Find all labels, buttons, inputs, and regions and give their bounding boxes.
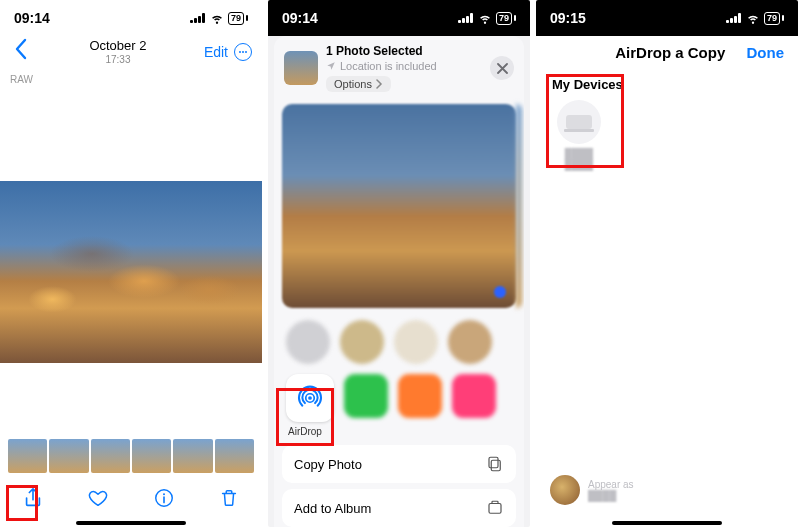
main-photo[interactable]	[0, 181, 262, 363]
action-label: Copy Photo	[294, 457, 362, 472]
cellular-icon	[458, 13, 474, 23]
heart-icon	[87, 487, 109, 509]
appear-as-label: Appear as	[588, 479, 634, 490]
thumbnail-strip[interactable]	[0, 439, 262, 473]
photo-date-title: October 2 17:33	[89, 39, 146, 64]
info-icon	[153, 487, 175, 509]
thumbnail[interactable]	[215, 439, 254, 473]
share-app-tile[interactable]	[452, 374, 496, 418]
phone-airdrop-picker: 09:15 79 AirDrop a Copy Done My Devices …	[536, 0, 798, 527]
status-time: 09:14	[14, 10, 50, 26]
battery-icon: 79	[764, 12, 784, 25]
share-actions-list: Copy Photo Add to Album	[274, 441, 524, 527]
copy-photo-action[interactable]: Copy Photo	[282, 445, 516, 483]
appear-as-row[interactable]: Appear as ████	[550, 475, 634, 505]
location-arrow-icon	[326, 61, 336, 71]
contact-avatar[interactable]	[340, 320, 384, 364]
close-icon	[497, 63, 508, 74]
live-photo-indicator	[494, 286, 506, 298]
thumbnail[interactable]	[49, 439, 88, 473]
svg-rect-9	[489, 504, 501, 514]
phone-photos-detail: 09:14 79 October 2 17:33 Edit	[0, 0, 262, 527]
home-indicator[interactable]	[612, 521, 722, 525]
contact-avatar[interactable]	[394, 320, 438, 364]
album-icon	[486, 499, 504, 517]
thumbnail[interactable]	[8, 439, 47, 473]
home-indicator[interactable]	[76, 521, 186, 525]
wifi-icon	[478, 11, 492, 25]
close-button[interactable]	[490, 56, 514, 80]
status-time: 09:14	[282, 10, 318, 26]
cellular-icon	[190, 13, 206, 23]
user-avatar	[550, 475, 580, 505]
page-title: AirDrop a Copy	[594, 44, 747, 61]
back-button[interactable]	[10, 38, 32, 66]
svg-point-2	[245, 51, 247, 53]
location-included-label: Location is included	[326, 60, 482, 72]
status-right: 79	[190, 11, 248, 25]
svg-point-0	[239, 51, 241, 53]
thumbnail[interactable]	[173, 439, 212, 473]
date-label: October 2	[89, 38, 146, 53]
share-sheet-header: 1 Photo Selected Location is included Op…	[274, 36, 524, 100]
favorite-button[interactable]	[85, 485, 111, 511]
svg-point-4	[163, 493, 165, 495]
svg-rect-8	[489, 457, 498, 468]
share-contacts-row[interactable]	[274, 312, 524, 368]
status-bar: 09:14 79	[268, 0, 530, 36]
status-right: 79	[726, 11, 784, 25]
header-thumbnail[interactable]	[284, 51, 318, 85]
contact-avatar[interactable]	[448, 320, 492, 364]
annotation-highlight-share	[6, 485, 38, 521]
sky-clouds	[0, 181, 262, 363]
annotation-highlight-device	[546, 74, 624, 168]
cellular-icon	[726, 13, 742, 23]
annotation-highlight-airdrop	[276, 388, 334, 446]
chevron-right-icon	[376, 79, 383, 89]
svg-rect-7	[491, 460, 500, 471]
next-photo-sliver[interactable]	[516, 104, 522, 308]
phone-share-sheet: 09:14 79 1 Photo Selected Location is in…	[268, 0, 530, 527]
preview-photo[interactable]	[282, 104, 516, 308]
edit-button[interactable]: Edit	[204, 44, 228, 60]
done-button[interactable]: Done	[747, 44, 785, 61]
svg-point-1	[242, 51, 244, 53]
selection-count-label: 1 Photo Selected	[326, 44, 482, 58]
photos-nav-bar: October 2 17:33 Edit	[0, 36, 262, 70]
share-sheet: 1 Photo Selected Location is included Op…	[274, 36, 524, 527]
contact-avatar[interactable]	[286, 320, 330, 364]
airdrop-nav-bar: AirDrop a Copy Done	[536, 36, 798, 71]
battery-icon: 79	[496, 12, 516, 25]
delete-button[interactable]	[216, 485, 242, 511]
thumbnail[interactable]	[91, 439, 130, 473]
thumbnail[interactable]	[132, 439, 171, 473]
appear-as-name: ████	[588, 490, 634, 501]
status-time: 09:15	[550, 10, 586, 26]
time-label: 17:33	[89, 54, 146, 65]
wifi-icon	[210, 11, 224, 25]
share-app-tile[interactable]	[344, 374, 388, 418]
status-bar: 09:14 79	[0, 0, 262, 36]
options-button[interactable]: Options	[326, 76, 391, 92]
more-menu-button[interactable]	[234, 43, 252, 61]
add-to-album-action[interactable]: Add to Album	[282, 489, 516, 527]
raw-badge: RAW	[0, 74, 262, 85]
trash-icon	[218, 487, 240, 509]
share-app-tile[interactable]	[398, 374, 442, 418]
battery-icon: 79	[228, 12, 248, 25]
info-button[interactable]	[151, 485, 177, 511]
status-right: 79	[458, 11, 516, 25]
wifi-icon	[746, 11, 760, 25]
bottom-toolbar	[0, 479, 262, 517]
copy-icon	[486, 455, 504, 473]
action-label: Add to Album	[294, 501, 371, 516]
status-bar: 09:15 79	[536, 0, 798, 36]
